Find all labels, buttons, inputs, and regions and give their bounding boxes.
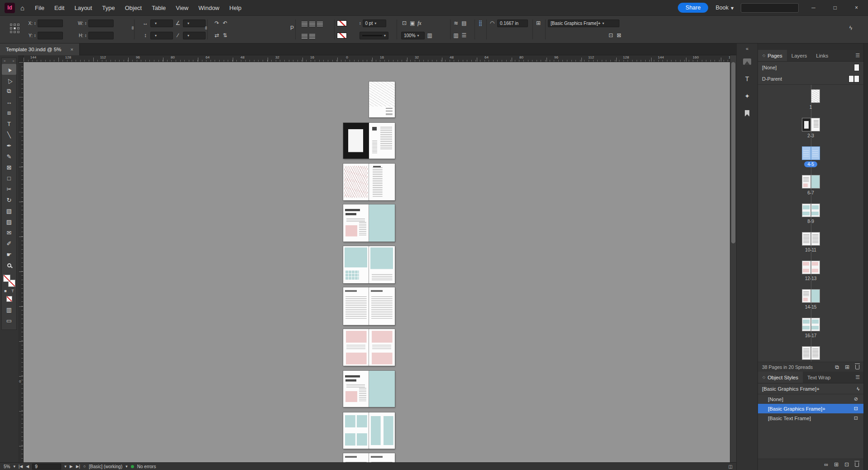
page-thumb[interactable] [811, 261, 820, 274]
page-thumb[interactable] [811, 204, 820, 217]
page-thumb[interactable] [802, 261, 811, 274]
page-thumb[interactable] [811, 289, 820, 303]
w-stepper[interactable] [85, 21, 86, 25]
page-thumb[interactable] [802, 318, 811, 331]
corner-options-icon[interactable]: ◠ [489, 20, 495, 26]
rotate-cw-icon[interactable]: ↷ [214, 20, 220, 26]
page-tool[interactable]: ⧉ [2, 86, 16, 97]
opacity-input[interactable]: 100% [401, 32, 425, 39]
page-thumb[interactable] [802, 289, 811, 303]
view-options-button[interactable]: ▥ [2, 304, 16, 315]
stroke-weight-stepper[interactable] [360, 21, 361, 25]
page-thumb[interactable] [811, 89, 820, 103]
page-thumbnail[interactable] [343, 371, 369, 407]
first-page-icon[interactable]: |◀ [19, 464, 23, 469]
page-thumbnail[interactable] [343, 329, 369, 366]
scissors-tool[interactable]: ✂ [2, 184, 16, 194]
gradient-feather-tool[interactable]: ▨ [2, 216, 16, 227]
fill-stroke-swatches[interactable] [3, 275, 15, 287]
note-tool[interactable]: ✉ [2, 227, 16, 238]
collapse-panels-icon[interactable]: « [743, 46, 752, 51]
formatting-affects-text-icon[interactable]: T [10, 288, 15, 294]
line-tool[interactable]: ╲ [2, 129, 16, 140]
formatting-affects-container-icon[interactable]: ■ [3, 288, 8, 294]
object-style-none[interactable]: [None] ⊘ [758, 394, 863, 404]
gap-tool[interactable]: ↔ [2, 97, 16, 107]
preflight-profile-label[interactable]: [Basic] (working) [89, 464, 122, 469]
close-button[interactable]: × [849, 5, 863, 11]
free-transform-tool[interactable]: ↻ [2, 194, 16, 205]
page-thumb[interactable] [802, 232, 811, 246]
pages-item-8-9[interactable]: 8-9 [802, 204, 820, 224]
scale-y-input[interactable] [150, 32, 173, 39]
fx-icon[interactable]: fx [417, 20, 422, 27]
search-input[interactable] [741, 3, 799, 13]
pages-item-10-11[interactable]: 10-11 [802, 232, 820, 253]
zoom-level-value[interactable]: 5% [4, 464, 10, 469]
menu-help[interactable]: Help [225, 5, 247, 11]
page-thumb[interactable] [811, 232, 820, 246]
preflight-dropdown-icon[interactable]: ▾ [125, 464, 128, 469]
tab-layers[interactable]: Layers [787, 50, 812, 61]
spread-pages-4-5[interactable] [343, 164, 395, 200]
spread-pages-18-19[interactable] [343, 453, 395, 462]
spread-pages-16-17[interactable] [343, 412, 395, 449]
page-thumbnail[interactable] [369, 82, 395, 117]
page-thumbnail[interactable] [343, 453, 369, 462]
pages-item-1[interactable]: 1 [802, 89, 820, 110]
spread-pages-14-15[interactable] [343, 371, 395, 407]
spread-pages-8-9[interactable] [343, 246, 395, 283]
menu-layout[interactable]: Layout [69, 5, 97, 11]
page-thumbnail[interactable] [343, 204, 369, 242]
stroke-type-dropdown[interactable] [360, 32, 388, 39]
scrollbar-thumb[interactable] [731, 62, 735, 243]
page-dropdown-icon[interactable]: ▾ [64, 464, 67, 469]
blend-mode-icon[interactable]: ▥ [427, 32, 433, 39]
page-thumb[interactable] [811, 146, 820, 160]
spread-pages-6-7[interactable] [343, 204, 395, 242]
menu-type[interactable]: Type [97, 5, 120, 11]
share-button[interactable]: Share [678, 3, 708, 13]
wrap-none-icon[interactable]: ≋ [453, 20, 459, 26]
pasteboard-canvas[interactable] [24, 62, 730, 462]
y-stepper[interactable] [34, 34, 36, 37]
clear-overrides-icon[interactable]: ⊡ [608, 32, 614, 39]
reference-point-grid[interactable] [10, 24, 19, 33]
page-thumbnail[interactable] [369, 204, 395, 242]
wrap-bounding-icon[interactable]: ▤ [461, 20, 467, 26]
wrap-jump-icon[interactable]: ☰ [461, 32, 467, 39]
menu-file[interactable]: File [30, 5, 49, 11]
master-d-parent-row[interactable]: D-Parent [758, 73, 863, 84]
home-icon[interactable]: ⌂ [15, 4, 30, 12]
pencil-tool[interactable]: ✎ [2, 151, 16, 162]
flip-vertical-icon[interactable]: ⇅ [222, 32, 228, 39]
pages-item-16-17[interactable]: 16-17 [802, 318, 820, 339]
document-tab[interactable]: Template 30.indd @ 5% × [0, 44, 80, 55]
reference-point-proxy[interactable] [10, 24, 19, 33]
page-thumb[interactable] [802, 175, 811, 189]
direct-selection-tool[interactable]: △ [2, 75, 16, 86]
rectangle-tool[interactable]: □ [2, 173, 16, 184]
ruler-origin-corner[interactable] [18, 55, 24, 62]
tab-text-wrap[interactable]: Text Wrap [803, 372, 835, 383]
rectangle-frame-tool[interactable]: ⊠ [2, 162, 16, 173]
page-thumbnail[interactable] [369, 123, 395, 159]
menu-object[interactable]: Object [120, 5, 147, 11]
scale-x-input[interactable] [150, 19, 173, 27]
pages-panel-menu-icon[interactable]: ☰ [852, 50, 863, 61]
pages-item-14-15[interactable]: 14-15 [802, 289, 820, 310]
apply-none-swatch[interactable] [6, 296, 12, 302]
previous-page-icon[interactable]: ◀ [26, 464, 29, 469]
page-thumbnail[interactable] [369, 246, 395, 283]
hand-tool[interactable]: ☛ [2, 249, 16, 260]
stroke-color-swatch[interactable] [337, 20, 347, 26]
height-input[interactable] [88, 32, 114, 39]
menu-edit[interactable]: Edit [49, 5, 69, 11]
pages-item-18-19[interactable] [802, 346, 820, 360]
type-tool[interactable]: T [2, 118, 16, 129]
page-thumbnail[interactable] [343, 246, 369, 283]
fill-color-swatch[interactable] [337, 33, 347, 39]
tab-object-styles[interactable]: ◇ Object Styles [758, 372, 803, 383]
link-style-icon[interactable]: ∞ [824, 461, 828, 468]
corner-radius-input[interactable]: 0.1667 in [497, 19, 528, 27]
